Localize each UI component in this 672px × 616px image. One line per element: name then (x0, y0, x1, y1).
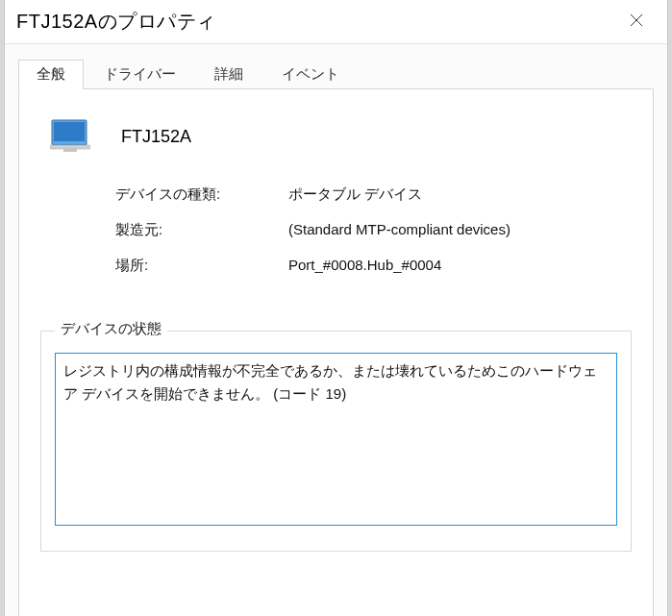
tab-label: 詳細 (214, 65, 243, 82)
info-label-location: 場所: (115, 257, 288, 275)
svg-rect-5 (63, 149, 77, 152)
tab-panel-general: FTJ152A デバイスの種類: ポータブル デバイス 製造元: (Standa… (18, 88, 654, 616)
close-icon (630, 12, 643, 32)
info-value-manufacturer: (Standard MTP-compliant devices) (288, 221, 634, 239)
device-monitor-icon (50, 116, 90, 157)
info-value-location: Port_#0008.Hub_#0004 (288, 257, 634, 275)
info-label-type: デバイスの種類: (115, 185, 288, 204)
tab-driver[interactable]: ドライバー (86, 60, 194, 89)
window-title: FTJ152Aのプロパティ (16, 9, 617, 35)
tab-events[interactable]: イベント (263, 60, 358, 89)
close-button[interactable] (617, 3, 656, 41)
tab-label: ドライバー (104, 65, 176, 82)
info-label-manufacturer: 製造元: (115, 221, 288, 239)
info-row-location: 場所: Port_#0008.Hub_#0004 (115, 257, 634, 275)
svg-rect-4 (50, 145, 90, 149)
device-status-legend: デバイスの状態 (55, 320, 167, 338)
svg-rect-3 (54, 122, 85, 141)
tab-label: イベント (282, 65, 339, 82)
device-info-grid: デバイスの種類: ポータブル デバイス 製造元: (Standard MTP-c… (19, 176, 653, 321)
device-status-group: デバイスの状態 (40, 331, 632, 552)
titlebar: FTJ152Aのプロパティ (5, 0, 667, 44)
device-header: FTJ152A (19, 89, 653, 176)
info-row-manufacturer: 製造元: (Standard MTP-compliant devices) (115, 221, 634, 239)
properties-dialog: FTJ152Aのプロパティ 全般 ドライバー 詳細 イベント (4, 0, 668, 616)
tab-details[interactable]: 詳細 (196, 60, 261, 89)
tab-strip: 全般 ドライバー 詳細 イベント (18, 58, 654, 88)
info-row-type: デバイスの種類: ポータブル デバイス (115, 185, 634, 204)
client-area: 全般 ドライバー 詳細 イベント (5, 44, 667, 616)
tab-general[interactable]: 全般 (18, 60, 84, 89)
device-name: FTJ152A (121, 127, 191, 147)
tab-label: 全般 (37, 65, 65, 82)
device-status-textarea[interactable] (55, 353, 617, 526)
info-value-type: ポータブル デバイス (288, 185, 634, 204)
